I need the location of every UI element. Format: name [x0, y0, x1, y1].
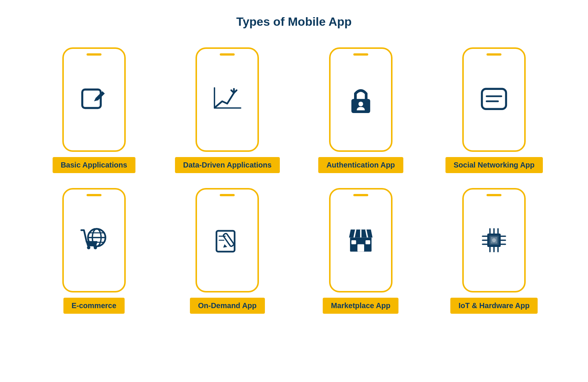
svg-rect-7 [482, 89, 506, 109]
phone-data-driven [196, 47, 259, 152]
label-marketplace: Marketplace App [323, 298, 398, 314]
lock-icon [344, 83, 378, 116]
phone-basic-applications [62, 47, 126, 152]
page-title: Types of Mobile App [236, 15, 351, 29]
phone-iot-hardware [462, 188, 526, 292]
label-basic-applications: Basic Applications [53, 157, 135, 173]
card-data-driven: Data-Driven Applications [166, 47, 289, 173]
phone-marketplace [329, 188, 392, 292]
cart-icon [77, 223, 111, 257]
phone-authentication [329, 47, 392, 152]
svg-point-15 [87, 246, 90, 249]
store-icon [344, 223, 378, 257]
label-authentication: Authentication App [318, 157, 403, 173]
card-marketplace: Marketplace App [300, 188, 422, 314]
edit-icon [77, 83, 111, 116]
label-on-demand: On-Demand App [190, 298, 265, 314]
brush-icon [210, 223, 244, 257]
phone-ecommerce [62, 188, 126, 292]
svg-point-6 [358, 101, 363, 106]
cards-grid: Basic Applications Data-Driven Applicati… [33, 47, 555, 314]
card-on-demand: On-Demand App [166, 188, 289, 314]
label-social-networking: Social Networking App [445, 157, 543, 173]
card-social-networking: Social Networking App [433, 47, 556, 173]
chart-icon [210, 83, 244, 116]
label-iot-hardware: IoT & Hardware App [450, 298, 538, 314]
svg-rect-27 [365, 240, 370, 244]
message-icon [477, 83, 511, 116]
phone-on-demand [196, 188, 259, 292]
svg-point-16 [94, 246, 97, 249]
phone-social-networking [462, 47, 526, 152]
svg-rect-25 [357, 244, 364, 252]
card-iot-hardware: IoT & Hardware App [433, 188, 556, 314]
svg-rect-26 [351, 240, 356, 244]
label-data-driven: Data-Driven Applications [175, 157, 280, 173]
chip-icon [477, 223, 511, 257]
card-basic-applications: Basic Applications [33, 47, 155, 173]
svg-point-43 [492, 238, 496, 242]
card-authentication: Authentication App [300, 47, 422, 173]
label-ecommerce: E-commerce [63, 298, 125, 314]
card-ecommerce: E-commerce [33, 188, 155, 314]
